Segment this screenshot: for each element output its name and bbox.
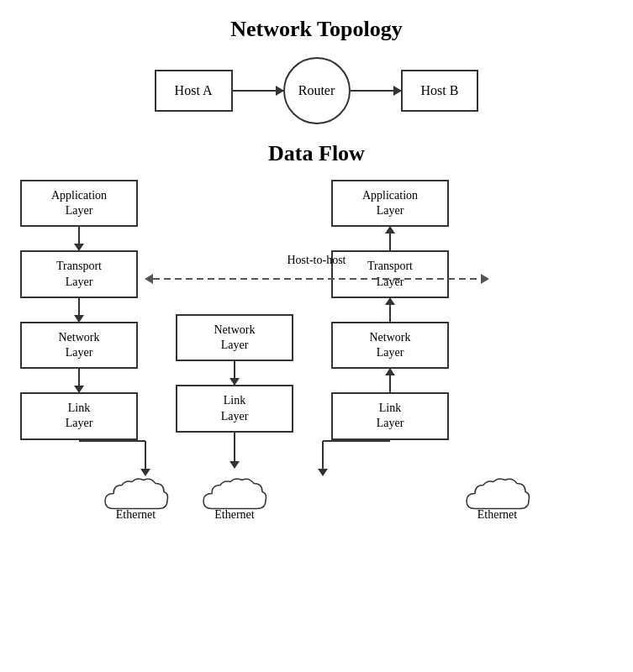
host-b-network-layer: NetworkLayer [331,322,449,369]
host-to-host-container: Host-to-host [6,270,628,287]
router-ethernet-area: Ethernet [197,471,272,522]
col-host-b: ApplicationLayer TransportLayer NetworkL… [317,180,464,487]
flow-columns: ApplicationLayer TransportLayer NetworkL… [6,180,628,522]
host-a-link-layer: LinkLayer [20,392,138,439]
host-a-label: Host A [175,83,213,97]
topology-title: Network Topology [230,17,402,42]
ethernet-left-area: Ethernet [98,471,174,522]
arrow-network-to-link-a [78,369,80,392]
arrow-network-from-link-b [389,369,391,392]
arrow-a-to-router [233,90,283,92]
router-network-layer: NetworkLayer [176,314,293,361]
arrow-transport-from-network-b [389,298,391,322]
col-host-a: ApplicationLayer TransportLayer NetworkL… [6,180,153,487]
router-label: Router [298,83,335,98]
arrow-router-to-b [351,90,401,92]
host-to-host-line-wrapper: Host-to-host [145,270,489,287]
router-link-layer: LinkLayer [176,385,293,432]
host-b-link-layer: LinkLayer [331,392,449,439]
data-flow-diagram: ApplicationLayer TransportLayer NetworkL… [6,180,628,522]
ethernet-right-label: Ethernet [477,508,517,522]
svg-marker-7 [318,469,328,476]
router-ethernet-label: Ethernet [214,508,254,522]
data-flow-title: Data Flow [268,141,365,166]
svg-marker-8 [145,274,153,284]
arrow-app-from-transport-b [389,227,391,250]
arrow-network-to-link-router [234,361,235,385]
host-a-box: Host A [155,70,233,112]
ethernet-right-area: Ethernet [460,471,535,522]
host-b-box: Host B [401,70,479,112]
line-a-router [233,90,283,92]
host-b-application-layer: ApplicationLayer [331,180,449,227]
host-b-label: Host B [421,83,459,97]
host-b-bottom-space [331,440,449,487]
line-router-b [351,90,401,92]
host-to-host-label: Host-to-host [287,254,346,267]
host-a-application-layer: ApplicationLayer [20,180,138,227]
topology-area: Host A Router Host B [65,57,569,124]
svg-marker-10 [481,274,489,284]
main-container: Network Topology Host A Router Host B Da… [0,0,633,672]
router-circle: Router [283,57,351,124]
host-to-host-svg [145,270,489,287]
host-a-network-layer: NetworkLayer [20,322,138,369]
ethernet-left-label: Ethernet [116,508,156,522]
arrow-transport-to-network-a [78,298,80,322]
svg-marker-4 [229,461,240,469]
host-b-eth-line-svg [264,440,449,487]
arrow-app-to-transport-a [78,227,80,250]
